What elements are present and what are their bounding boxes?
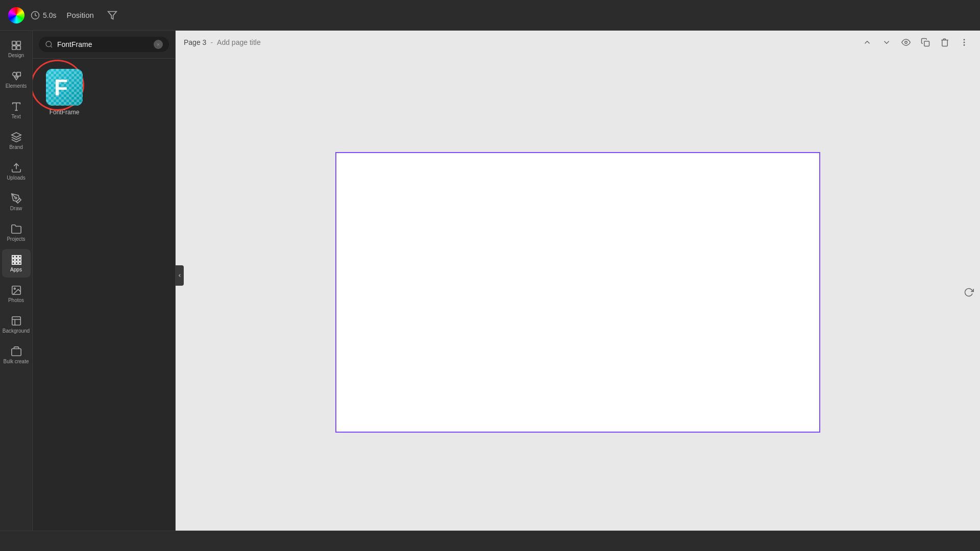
canvas-frame[interactable]	[335, 152, 820, 433]
draw-icon	[11, 193, 22, 204]
svg-point-40	[964, 45, 965, 46]
sidebar-item-design[interactable]: Design	[2, 35, 31, 63]
copy-icon	[921, 38, 930, 47]
apps-icon	[11, 254, 22, 265]
text-icon	[11, 101, 22, 112]
color-wheel-button[interactable]	[8, 7, 24, 23]
more-options-button[interactable]	[957, 35, 972, 50]
trash-icon	[940, 38, 949, 47]
uploads-icon	[11, 162, 22, 173]
bottom-bar	[0, 531, 980, 551]
refresh-button[interactable]	[962, 285, 976, 299]
sidebar-item-draw[interactable]: Draw	[2, 188, 31, 216]
design-icon	[11, 40, 22, 51]
projects-icon	[11, 223, 22, 235]
refresh-icon	[964, 287, 974, 297]
panel-content: F FontFrame	[33, 59, 175, 531]
svg-point-39	[964, 42, 965, 43]
time-display[interactable]: 5.0s	[31, 11, 56, 20]
svg-rect-18	[18, 259, 21, 261]
chevron-down-button[interactable]	[879, 35, 894, 50]
sidebar-item-text[interactable]: Text	[2, 96, 31, 124]
svg-rect-13	[12, 256, 14, 258]
search-bar: ×	[33, 31, 175, 59]
uploads-label: Uploads	[7, 175, 26, 181]
chevron-down-icon	[882, 38, 891, 47]
sidebar-item-bulk-create[interactable]: Bulk create	[2, 341, 31, 369]
svg-point-6	[12, 72, 16, 76]
sidebar-item-elements[interactable]: Elements	[2, 65, 31, 94]
svg-rect-15	[18, 256, 21, 258]
svg-rect-20	[15, 262, 18, 265]
main-area: Design Elements Text	[0, 31, 980, 531]
sidebar-item-projects[interactable]: Projects	[2, 218, 31, 247]
fontframe-app-item[interactable]: F FontFrame	[39, 65, 90, 120]
photos-label: Photos	[8, 297, 24, 303]
apps-panel: ×	[33, 31, 176, 531]
fontframe-svg-icon: F	[46, 69, 83, 106]
search-container: ×	[39, 37, 169, 52]
draw-label: Draw	[10, 206, 22, 211]
design-label: Design	[8, 53, 24, 58]
elements-icon	[11, 70, 22, 82]
svg-rect-34	[924, 41, 929, 46]
sidebar-item-apps[interactable]: Apps	[2, 249, 31, 278]
svg-rect-2	[12, 41, 15, 45]
svg-rect-21	[18, 262, 21, 265]
page-title-input[interactable]	[217, 38, 306, 46]
svg-rect-7	[16, 72, 20, 76]
svg-point-26	[46, 41, 52, 47]
canvas-header: Page 3 -	[176, 31, 980, 54]
brand-label: Brand	[9, 144, 23, 150]
svg-point-38	[964, 39, 965, 40]
sidebar-item-brand[interactable]: Brand	[2, 127, 31, 155]
svg-rect-3	[16, 41, 20, 45]
bulk-create-label: Bulk create	[3, 359, 29, 364]
page-title-bar: Page 3 -	[184, 38, 306, 46]
projects-label: Projects	[7, 236, 25, 242]
apps-label: Apps	[10, 267, 22, 272]
delete-button[interactable]	[937, 35, 952, 50]
search-icon	[45, 40, 53, 48]
svg-point-12	[15, 197, 17, 199]
bulk-create-icon	[11, 346, 22, 357]
filter-button[interactable]	[104, 7, 120, 23]
sidebar-item-background[interactable]: Background	[2, 310, 31, 339]
svg-rect-17	[15, 259, 18, 261]
photos-icon	[11, 285, 22, 296]
collapse-up-button[interactable]	[860, 35, 875, 50]
text-label: Text	[11, 114, 20, 119]
page-title-separator: -	[210, 38, 213, 46]
time-label: 5.0s	[43, 11, 56, 19]
search-clear-button[interactable]: ×	[154, 40, 163, 49]
icon-rail: Design Elements Text	[0, 31, 33, 531]
canvas-area: Page 3 -	[176, 31, 980, 531]
svg-rect-5	[16, 46, 20, 49]
svg-rect-16	[12, 259, 14, 261]
search-input[interactable]	[57, 40, 150, 48]
filter-icon	[107, 10, 117, 20]
fontframe-icon: F	[46, 69, 83, 106]
svg-rect-24	[12, 317, 20, 325]
sidebar-item-photos[interactable]: Photos	[2, 280, 31, 308]
canvas-header-actions	[860, 35, 972, 50]
brand-icon	[11, 132, 22, 143]
page-label: Page 3	[184, 38, 206, 46]
sidebar-item-uploads[interactable]: Uploads	[2, 157, 31, 186]
clock-icon	[31, 11, 40, 20]
svg-line-27	[51, 46, 52, 47]
position-button[interactable]: Position	[62, 9, 97, 21]
svg-rect-25	[11, 349, 20, 356]
fontframe-label: FontFrame	[50, 109, 80, 116]
background-label: Background	[3, 328, 30, 334]
svg-point-23	[14, 288, 15, 289]
svg-text:F: F	[54, 75, 68, 100]
panel-collapse-button[interactable]	[176, 265, 184, 286]
visibility-button[interactable]	[898, 35, 914, 50]
svg-marker-8	[14, 77, 18, 80]
svg-rect-19	[12, 262, 14, 265]
more-icon	[960, 38, 969, 47]
chevron-up-icon	[863, 38, 872, 47]
copy-button[interactable]	[918, 35, 933, 50]
svg-rect-14	[15, 256, 18, 258]
